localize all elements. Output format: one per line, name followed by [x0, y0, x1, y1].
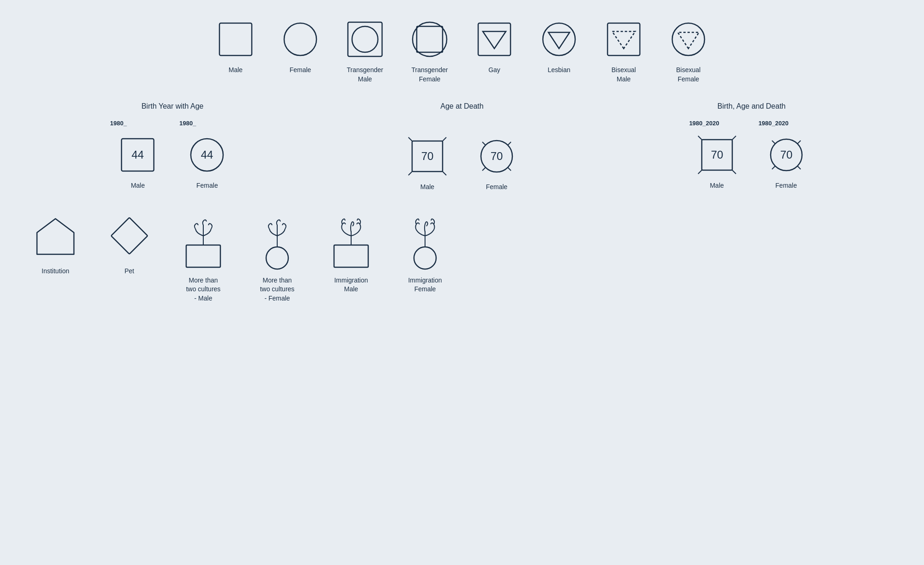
birth-age-death-items: 1980_2020 70 Male 1980_2020 — [689, 120, 814, 190]
death-female-icon: 70 — [476, 135, 517, 177]
institution-icon-item: Institution — [28, 210, 83, 276]
birth-death-female-sublabel: 1980_2020 — [759, 120, 789, 127]
transgender-female-icon-item: TransgenderFemale — [402, 18, 457, 84]
svg-text:70: 70 — [711, 148, 723, 161]
svg-text:70: 70 — [421, 150, 434, 162]
immigration-male-icon-item: ImmigrationMale — [323, 210, 379, 294]
immigration-male-icon — [326, 210, 377, 270]
svg-line-33 — [698, 170, 702, 174]
svg-line-31 — [698, 136, 702, 140]
birth-death-male-item: 1980_2020 70 Male — [689, 120, 745, 190]
birth-age-male-sublabel: 1980_ — [110, 120, 127, 127]
birth-death-female-icon: 70 — [766, 134, 807, 176]
multi-culture-male-icon-item: More thantwo cultures- Male — [176, 210, 231, 303]
svg-line-27 — [482, 167, 486, 171]
svg-line-39 — [772, 166, 775, 169]
pet-icon-item: Pet — [102, 210, 157, 276]
institution-icon — [30, 210, 81, 261]
svg-line-37 — [772, 141, 775, 144]
svg-point-1 — [284, 23, 316, 55]
transgender-male-label: TransgenderMale — [347, 66, 383, 84]
gender-symbols-section: Male Female TransgenderMale TransgenderF… — [28, 18, 896, 84]
svg-rect-0 — [219, 23, 252, 55]
svg-line-38 — [797, 141, 801, 144]
svg-point-3 — [352, 26, 378, 52]
svg-line-28 — [508, 167, 511, 171]
gay-icon — [474, 18, 515, 60]
transgender-female-icon — [409, 18, 450, 60]
svg-rect-5 — [417, 26, 443, 52]
birth-age-male-item: 1980_ 44 Male — [110, 120, 165, 190]
svg-line-19 — [408, 137, 412, 141]
multi-culture-male-label: More thantwo cultures- Male — [186, 276, 221, 303]
misc-section: Institution Pet — [28, 210, 896, 303]
svg-marker-9 — [548, 32, 570, 49]
svg-line-32 — [732, 136, 736, 140]
lesbian-label: Lesbian — [547, 66, 570, 75]
svg-marker-7 — [483, 31, 506, 49]
immigration-female-label: ImmigrationFemale — [408, 276, 442, 294]
misc-icons-row: Institution Pet — [28, 210, 896, 303]
svg-line-34 — [732, 170, 736, 174]
bisexual-female-icon — [668, 18, 709, 60]
svg-rect-49 — [334, 245, 368, 267]
gay-icon-item: Gay — [467, 18, 522, 75]
bisexual-female-icon-item: BisexualFemale — [661, 18, 716, 84]
multi-culture-female-label: More thantwo cultures- Female — [260, 276, 295, 303]
immigration-female-icon — [400, 210, 450, 270]
birth-age-female-sublabel: 1980_ — [179, 120, 196, 127]
svg-rect-2 — [348, 22, 382, 56]
svg-line-26 — [508, 142, 511, 145]
death-male-item: 70 Male — [400, 120, 455, 192]
transgender-female-label: TransgenderFemale — [412, 66, 448, 84]
pet-icon — [104, 210, 155, 261]
immigration-female-icon-item: ImmigrationFemale — [397, 210, 453, 294]
transgender-male-icon-item: TransgenderMale — [337, 18, 393, 84]
svg-rect-43 — [111, 217, 147, 254]
svg-line-20 — [443, 137, 446, 141]
male-icon — [215, 18, 256, 60]
lesbian-icon-item: Lesbian — [531, 18, 587, 75]
female-icon — [280, 18, 321, 60]
gender-icons-row: Male Female TransgenderMale TransgenderF… — [28, 18, 896, 84]
svg-point-47 — [266, 247, 288, 269]
multi-culture-female-icon-item: More thantwo cultures- Female — [249, 210, 305, 303]
birth-age-death-group: Birth, Age and Death 1980_2020 70 Male 1… — [689, 102, 814, 190]
birth-year-title: Birth Year with Age — [141, 102, 203, 111]
lesbian-icon — [538, 18, 580, 60]
birth-death-female-label: Female — [775, 181, 797, 190]
svg-point-51 — [414, 247, 436, 269]
svg-line-40 — [797, 166, 801, 169]
svg-rect-10 — [608, 23, 640, 55]
svg-line-21 — [408, 172, 412, 175]
death-female-item: 70 Female — [469, 120, 524, 192]
birth-age-male-label: Male — [131, 181, 145, 190]
institution-label: Institution — [42, 267, 69, 276]
svg-text:44: 44 — [132, 148, 144, 161]
age-death-items: 70 Male 70 Female — [400, 120, 524, 192]
birth-death-male-icon: 70 — [696, 134, 738, 176]
multi-culture-male-icon — [178, 210, 229, 270]
svg-marker-42 — [37, 219, 74, 254]
birth-death-male-label: Male — [710, 181, 723, 190]
birth-age-female-label: Female — [196, 181, 218, 190]
transgender-male-icon — [344, 18, 386, 60]
svg-point-12 — [672, 23, 705, 55]
death-male-icon: 70 — [407, 135, 448, 177]
female-label: Female — [290, 66, 311, 75]
immigration-male-label: ImmigrationMale — [334, 276, 368, 294]
svg-line-25 — [482, 142, 486, 145]
svg-point-8 — [543, 23, 575, 55]
svg-text:70: 70 — [491, 150, 503, 162]
svg-rect-6 — [478, 23, 511, 55]
birth-age-female-item: 1980_ 44 Female — [179, 120, 235, 190]
svg-text:44: 44 — [201, 148, 213, 161]
age-death-group: Age at Death 70 Male — [400, 102, 524, 192]
svg-text:70: 70 — [780, 148, 792, 161]
birth-year-group: Birth Year with Age 1980_ 44 Male 1980_ … — [110, 102, 235, 190]
bisexual-male-label: BisexualMale — [612, 66, 636, 84]
bisexual-female-label: BisexualFemale — [676, 66, 701, 84]
svg-point-4 — [413, 22, 447, 56]
female-icon-item: Female — [273, 18, 328, 75]
birth-death-female-item: 1980_2020 70 Female — [759, 120, 814, 190]
